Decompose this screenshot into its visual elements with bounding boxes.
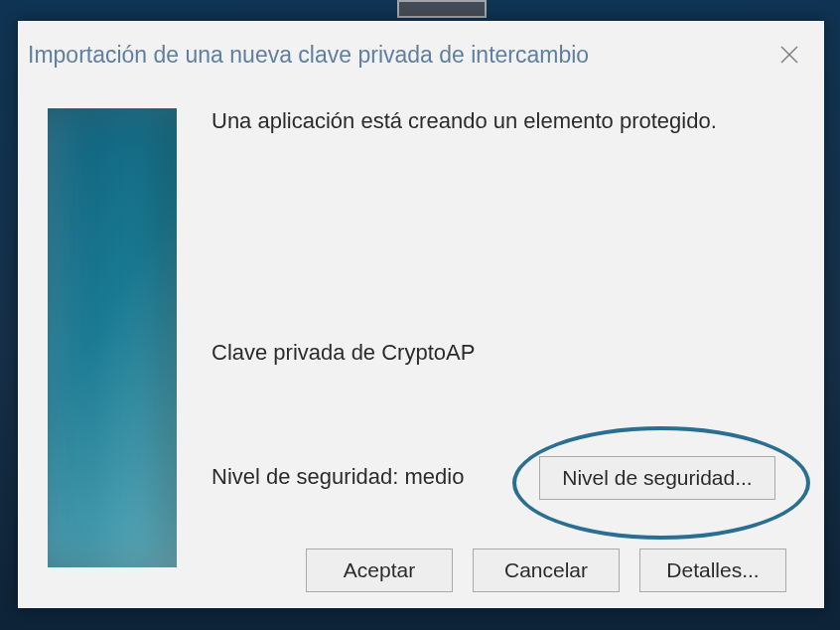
dialog-message: Una aplicación está creando un elemento …: [211, 106, 804, 136]
cancel-button[interactable]: Cancelar: [473, 549, 620, 592]
accept-button[interactable]: Aceptar: [306, 549, 453, 592]
dialog-body: Una aplicación está creando un elemento …: [18, 88, 824, 608]
background-thumbnail: [397, 0, 487, 18]
details-button[interactable]: Detalles...: [639, 549, 786, 592]
security-level-label: Nivel de seguridad: medio: [211, 456, 464, 490]
security-level-row: Nivel de seguridad: medio Nivel de segur…: [211, 456, 804, 506]
dialog-subject: Clave privada de CryptoAP: [211, 340, 475, 366]
dialog-sidebar-image: [48, 108, 177, 567]
dialog-content: Una aplicación está creando un elemento …: [211, 106, 804, 598]
security-level-button[interactable]: Nivel de seguridad...: [539, 456, 775, 500]
dialog-title: Importación de una nueva clave privada d…: [28, 42, 589, 69]
key-import-dialog: Importación de una nueva clave privada d…: [18, 21, 824, 608]
close-button[interactable]: [772, 38, 806, 72]
dialog-button-row: Aceptar Cancelar Detalles...: [211, 549, 804, 598]
dialog-titlebar: Importación de una nueva clave privada d…: [18, 21, 824, 88]
close-icon: [779, 45, 799, 65]
desktop-background: Importación de una nueva clave privada d…: [0, 0, 840, 630]
